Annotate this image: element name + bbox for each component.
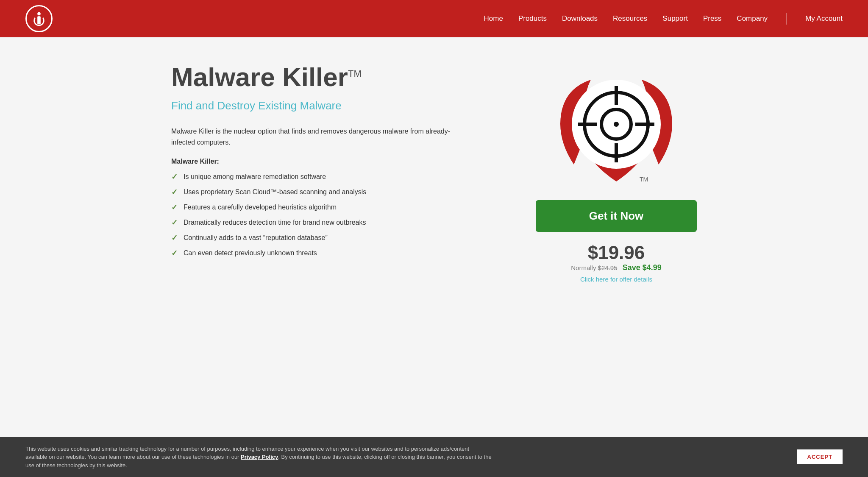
svg-rect-1 <box>37 16 41 24</box>
product-logo-svg: TM <box>548 63 684 190</box>
get-it-now-button[interactable]: Get it Now <box>536 200 697 232</box>
check-icon: ✓ <box>171 248 178 258</box>
normal-price-label: Normally $24.95 Save $4.99 <box>536 263 697 272</box>
list-item: ✓Uses proprietary Scan Cloud™-based scan… <box>171 187 510 197</box>
nav-resources[interactable]: Resources <box>613 14 647 23</box>
product-logo: TM <box>548 63 684 190</box>
check-icon: ✓ <box>171 233 178 243</box>
cookie-text: This website uses cookies and similar tr… <box>25 445 492 470</box>
check-icon: ✓ <box>171 203 178 212</box>
list-item: ✓Continually adds to a vast “reputation … <box>171 233 510 243</box>
product-left-column: Malware KillerTM Find and Destroy Existi… <box>171 63 510 258</box>
list-item: ✓Can even detect previously unknown thre… <box>171 248 510 258</box>
nav-downloads[interactable]: Downloads <box>562 14 598 23</box>
nav-products[interactable]: Products <box>518 14 547 23</box>
svg-point-0 <box>37 12 41 16</box>
check-icon: ✓ <box>171 187 178 197</box>
nav-company[interactable]: Company <box>737 14 768 23</box>
save-label: Save $4.99 <box>623 263 662 272</box>
check-icon: ✓ <box>171 218 178 227</box>
nav-separator <box>786 13 787 25</box>
check-icon: ✓ <box>171 172 178 181</box>
product-description: Malware Killer is the nuclear option tha… <box>171 126 468 148</box>
logo-icon <box>31 11 47 27</box>
list-item: ✓Dramatically reduces detection time for… <box>171 218 510 227</box>
offer-details-link[interactable]: Click here for offer details <box>536 276 697 283</box>
price-area: $19.96 Normally $24.95 Save $4.99 Click … <box>536 242 697 283</box>
accept-button[interactable]: ACCEPT <box>797 449 843 464</box>
trademark-sup: TM <box>348 68 362 79</box>
feature-list: ✓Is unique among malware remediation sof… <box>171 172 510 258</box>
nav-press[interactable]: Press <box>703 14 721 23</box>
logo-circle <box>25 5 53 32</box>
list-item: ✓Features a carefully developed heuristi… <box>171 203 510 212</box>
cookie-banner: This website uses cookies and similar tr… <box>0 437 868 477</box>
product-subtitle: Find and Destroy Existing Malware <box>171 99 510 112</box>
svg-point-5 <box>614 122 619 127</box>
product-price: $19.96 <box>536 242 697 263</box>
main-content: Malware KillerTM Find and Destroy Existi… <box>137 37 731 317</box>
main-nav: Home Products Downloads Resources Suppor… <box>484 13 843 25</box>
header: Home Products Downloads Resources Suppor… <box>0 0 868 37</box>
nav-support[interactable]: Support <box>662 14 688 23</box>
nav-my-account[interactable]: My Account <box>805 14 843 23</box>
logo[interactable] <box>25 5 53 32</box>
list-item: ✓Is unique among malware remediation sof… <box>171 172 510 181</box>
nav-home[interactable]: Home <box>484 14 503 23</box>
svg-text:TM: TM <box>640 176 648 183</box>
product-title: Malware KillerTM <box>171 63 510 92</box>
product-right-column: TM Get it Now $19.96 Normally $24.95 Sav… <box>536 63 697 283</box>
normal-price-value: $24.95 <box>598 264 618 271</box>
privacy-policy-link[interactable]: Privacy Policy <box>241 454 278 460</box>
product-list-title: Malware Killer: <box>171 158 510 165</box>
